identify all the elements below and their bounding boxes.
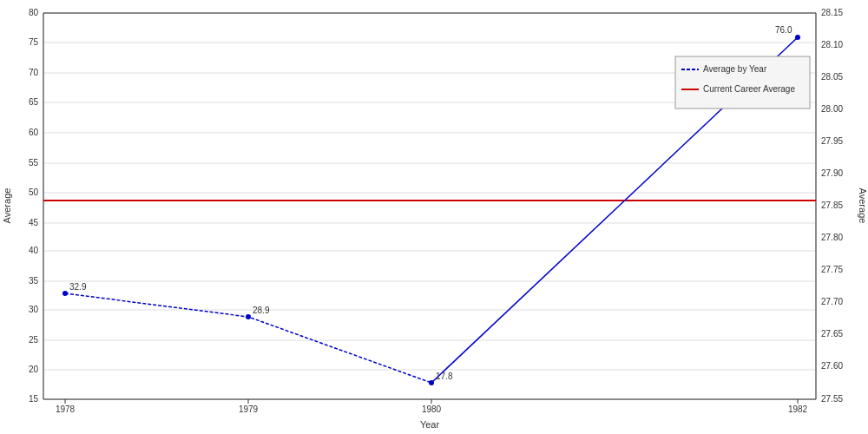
x-label-1978: 1978 [56,404,76,414]
data-point-1982 [795,35,800,40]
label-1979: 28.9 [253,306,270,315]
y-tick-70: 70 [29,68,39,77]
y-tick-15: 15 [29,394,39,404]
ry-tick-28.15: 28.15 [821,8,843,17]
y-tick-80: 80 [29,8,39,17]
y-tick-45: 45 [29,218,39,227]
ry-tick-27.80: 27.80 [821,233,843,242]
ry-tick-27.70: 27.70 [821,297,843,306]
ry-tick-27.60: 27.60 [821,361,843,371]
x-label-1980: 1980 [422,404,442,414]
y-tick-75: 75 [29,37,39,47]
y-tick-35: 35 [29,276,39,286]
x-axis-label: Year [420,419,440,430]
data-point-1978 [62,291,68,296]
x-label-1979: 1979 [239,404,259,414]
y-axis-right-label: Average [858,188,868,224]
data-point-1980 [429,380,434,385]
label-1978: 32.9 [69,282,87,292]
ry-tick-27.95: 27.95 [821,136,843,146]
ry-tick-28.00: 28.00 [821,104,843,114]
y-tick-40: 40 [29,246,39,255]
chart-svg: 80 75 70 65 60 55 50 45 40 35 30 25 20 1… [0,0,868,434]
label-1982: 76.0 [775,25,792,35]
y-tick-50: 50 [29,187,39,197]
ry-tick-28.10: 28.10 [821,40,843,49]
y-tick-20: 20 [29,365,39,374]
y-axis-left-label: Average [2,188,12,224]
y-tick-60: 60 [29,128,39,137]
ry-tick-27.90: 27.90 [821,168,843,178]
y-tick-65: 65 [29,97,39,107]
legend-label-red: Current Career Average [703,84,795,94]
legend-label-blue: Average by Year [703,64,767,74]
ry-tick-28.05: 28.05 [821,72,843,82]
chart-container: 80 75 70 65 60 55 50 45 40 35 30 25 20 1… [0,0,868,434]
label-1980: 17.8 [436,372,453,381]
y-tick-55: 55 [29,158,39,168]
ry-tick-27.75: 27.75 [821,265,843,274]
y-tick-30: 30 [29,305,39,314]
y-tick-25: 25 [29,335,39,345]
ry-tick-27.65: 27.65 [821,329,843,339]
data-point-1979 [246,314,251,319]
ry-tick-27.85: 27.85 [821,201,843,210]
x-label-1982: 1982 [788,404,808,414]
ry-tick-27.55: 27.55 [821,394,843,404]
